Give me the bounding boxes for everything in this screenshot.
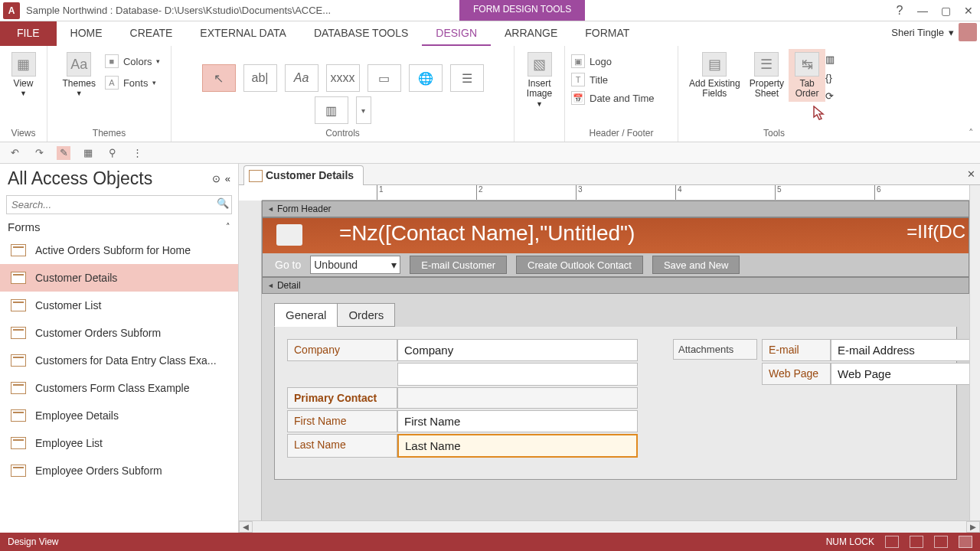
email-label[interactable]: E-mail: [762, 339, 831, 361]
controls-gallery[interactable]: ↖ ab| Aa xxxx ▭ 🌐 ☰ ▥ ▾: [182, 49, 504, 124]
scroll-right-button[interactable]: ►: [966, 521, 980, 533]
nav-item[interactable]: Customer Orders Subform: [0, 319, 238, 347]
qat-filter-icon[interactable]: ⚲: [106, 146, 119, 160]
nav-search-input[interactable]: [6, 195, 232, 214]
tab-general[interactable]: General: [274, 303, 338, 327]
lastname-label[interactable]: Last Name: [287, 434, 397, 458]
goto-combobox[interactable]: Unbound▾: [310, 256, 400, 274]
undo-button[interactable]: ↶: [8, 146, 21, 160]
nav-menu-caret-icon[interactable]: ⊙: [212, 173, 220, 184]
form-title-control[interactable]: =Nz([Contact Name],"Untitled"): [339, 221, 635, 246]
webpage-label[interactable]: Web Page: [762, 363, 831, 385]
navigation-control[interactable]: ☰: [450, 64, 484, 92]
nav-item[interactable]: Employee Orders Subform: [0, 457, 238, 484]
design-view-button[interactable]: [959, 536, 972, 548]
nav-group-forms[interactable]: Forms ˄: [0, 217, 238, 236]
layout-view-button[interactable]: [934, 536, 948, 548]
combobox-control[interactable]: ▥: [315, 96, 348, 124]
form-header-right-control[interactable]: =IIf(DC: [906, 221, 965, 243]
create-outlook-contact-button[interactable]: Create Outlook Contact: [516, 256, 643, 274]
restore-button[interactable]: ▢: [934, 2, 957, 20]
textbox-control[interactable]: ab|: [243, 64, 277, 92]
tab-orders[interactable]: Orders: [337, 303, 395, 327]
company-field-2[interactable]: [397, 363, 638, 386]
subform-new-window-icon[interactable]: ▥: [825, 54, 842, 69]
nav-collapse-button[interactable]: «: [225, 173, 230, 184]
scroll-left-button[interactable]: ◄: [239, 521, 253, 533]
view-button[interactable]: ▦ View ▼: [5, 49, 42, 102]
nav-item[interactable]: Employee List: [0, 429, 238, 457]
button-control[interactable]: xxxx: [326, 64, 360, 92]
insert-image-button[interactable]: ▧ Insert Image ▼: [521, 49, 558, 112]
tab-external-data[interactable]: EXTERNAL DATA: [186, 21, 300, 46]
tab-arrange[interactable]: ARRANGE: [491, 21, 571, 46]
document-tab[interactable]: Customer Details: [243, 165, 364, 185]
lastname-field[interactable]: Last Name: [397, 434, 638, 458]
firstname-field[interactable]: First Name: [397, 410, 638, 432]
form-logo-placeholder[interactable]: [276, 224, 302, 246]
gallery-more[interactable]: ▾: [356, 96, 371, 124]
tab-file[interactable]: FILE: [0, 21, 57, 46]
vertical-ruler[interactable]: [239, 201, 262, 520]
search-icon[interactable]: 🔍: [217, 197, 229, 209]
qat-datasheet-icon[interactable]: ▦: [81, 146, 95, 160]
nav-item[interactable]: Customer Details: [0, 264, 238, 292]
tab-order-button[interactable]: ↹ Tab Order: [789, 49, 825, 102]
document-close-button[interactable]: ✕: [967, 168, 975, 180]
hyperlink-control[interactable]: 🌐: [409, 64, 443, 92]
form-header-body[interactable]: =Nz([Contact Name],"Untitled") =IIf(DC G…: [262, 217, 969, 277]
datetime-button[interactable]: 📅Date and Time: [571, 91, 655, 105]
tab-format[interactable]: FORMAT: [571, 21, 643, 46]
save-and-new-button[interactable]: Save and New: [652, 256, 740, 274]
property-sheet-button[interactable]: ☰ Property Sheet: [745, 49, 789, 102]
tab-control[interactable]: ▭: [368, 64, 401, 92]
nav-item[interactable]: Customers for Data Entry Class Exa...: [0, 347, 238, 374]
tab-general-page[interactable]: Company Company x Primary Contact First …: [274, 327, 957, 480]
email-customer-button[interactable]: E-mail Customer: [410, 256, 507, 274]
horizontal-ruler[interactable]: 123456: [262, 185, 969, 201]
tab-create[interactable]: CREATE: [116, 21, 187, 46]
add-existing-fields-button[interactable]: ▤ Add Existing Fields: [684, 49, 745, 102]
section-detail[interactable]: Detail: [262, 277, 969, 294]
title-button[interactable]: TTitle: [571, 73, 608, 86]
company-field[interactable]: Company: [397, 339, 638, 361]
select-control[interactable]: ↖: [202, 64, 236, 92]
logo-button[interactable]: ▣Logo: [571, 54, 612, 68]
close-button[interactable]: ✕: [957, 2, 980, 20]
attachments-label[interactable]: Attachments: [673, 339, 757, 360]
nav-item[interactable]: Customer List: [0, 292, 238, 319]
view-code-icon[interactable]: {}: [825, 72, 842, 87]
form-view-button[interactable]: [885, 536, 899, 548]
company-label[interactable]: Company: [287, 339, 397, 361]
fonts-button[interactable]: AFonts▾: [105, 76, 161, 90]
email-field[interactable]: E-mail Address: [831, 339, 969, 361]
convert-macros-icon[interactable]: ⟳: [825, 90, 842, 106]
tab-database-tools[interactable]: DATABASE TOOLS: [300, 21, 422, 46]
webpage-field[interactable]: Web Page: [831, 363, 969, 385]
form-canvas[interactable]: Form Header =Nz([Contact Name],"Untitled…: [262, 201, 969, 520]
minimize-button[interactable]: —: [911, 2, 934, 20]
tab-design[interactable]: DESIGN: [422, 21, 491, 46]
section-form-header[interactable]: Form Header: [262, 201, 969, 217]
nav-item[interactable]: Active Orders Subform for Home: [0, 236, 238, 264]
vertical-scrollbar[interactable]: [969, 185, 980, 520]
label-control[interactable]: Aa: [285, 64, 318, 92]
nav-item[interactable]: Employee Details: [0, 402, 238, 429]
redo-button[interactable]: ↷: [32, 146, 46, 160]
collapse-group-icon[interactable]: ˄: [226, 222, 230, 232]
user-area[interactable]: Sheri Tingle▾: [891, 23, 977, 41]
nav-item[interactable]: Customers Form Class Example: [0, 374, 238, 402]
scroll-track[interactable]: [253, 521, 966, 533]
qat-more-icon[interactable]: ⋮: [130, 146, 144, 160]
datasheet-view-button[interactable]: [910, 536, 923, 548]
colors-button[interactable]: ■Colors▾: [105, 54, 161, 68]
qat-design-icon[interactable]: ✎: [57, 146, 70, 160]
horizontal-scrollbar[interactable]: ◄ ►: [239, 520, 980, 533]
themes-button[interactable]: Aa Themes ▼: [58, 49, 100, 102]
help-button[interactable]: ?: [888, 2, 911, 20]
primary-contact-label[interactable]: Primary Contact: [287, 387, 397, 409]
collapse-ribbon-button[interactable]: ˄: [969, 127, 974, 139]
nav-search[interactable]: 🔍: [6, 195, 232, 214]
detail-body[interactable]: General Orders Company Company x Primary…: [262, 294, 969, 493]
tab-home[interactable]: HOME: [57, 21, 116, 46]
